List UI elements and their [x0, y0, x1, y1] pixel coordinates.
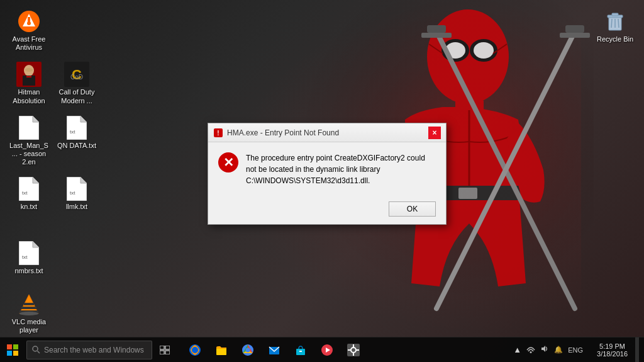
svg-rect-51	[160, 346, 164, 349]
desktop-icon-nmbrs[interactable]: txt nmbrs.txt	[6, 238, 52, 278]
desktop-icon-last-man[interactable]: Last_Man_S... - season 2.en	[6, 113, 52, 169]
network-icon[interactable]	[525, 344, 536, 355]
svg-rect-63	[299, 351, 302, 352]
hitman-label: Hitman Absolution	[9, 88, 49, 105]
date-display: 3/18/2016	[597, 350, 628, 358]
kn-icon: txt	[16, 176, 42, 201]
search-placeholder: Search the web and Windows	[44, 346, 144, 354]
svg-line-40	[611, 19, 612, 28]
taskbar-firefox-icon[interactable]	[182, 337, 208, 363]
svg-text:CoD: CoD	[70, 74, 83, 81]
avast-label: Avast Free Antivirus	[9, 35, 49, 52]
desktop-icon-llmk[interactable]: txt llmk.txt	[54, 174, 99, 213]
desktop-icon-cod[interactable]: C CoD Call of Duty Modern ...	[54, 59, 99, 107]
svg-rect-70	[348, 349, 350, 351]
dialog-ok-button[interactable]: OK	[389, 201, 436, 217]
svg-point-56	[192, 347, 198, 353]
svg-point-5	[474, 42, 494, 59]
taskbar-settings-icon[interactable]	[341, 337, 366, 363]
svg-rect-45	[7, 344, 12, 349]
svg-rect-47	[7, 351, 12, 356]
desktop-icon-avast[interactable]: Avast Free Antivirus	[6, 6, 52, 54]
svg-rect-24	[25, 68, 33, 72]
svg-rect-48	[13, 351, 18, 356]
games-row: Hitman Absolution C CoD Call of Duty Mod…	[6, 59, 99, 107]
dialog-message: The procedure entry point CreateDXGIFact…	[246, 152, 436, 186]
svg-line-50	[38, 351, 40, 354]
svg-rect-25	[26, 76, 31, 77]
taskbar-store-icon[interactable]	[288, 337, 313, 363]
cod-label: Call of Duty Modern ...	[57, 88, 97, 105]
dialog-footer: OK	[208, 196, 446, 224]
svg-text:txt: txt	[70, 129, 75, 135]
error-dialog: ! HMA.exe - Entry Point Not Found × ✕ Th…	[208, 123, 447, 225]
start-button[interactable]	[0, 337, 25, 363]
vlc-label: VLC media player	[9, 318, 49, 334]
svg-rect-20	[28, 17, 30, 22]
vlc-icon	[16, 291, 42, 317]
dialog-title-icon: !	[213, 128, 223, 138]
svg-point-72	[530, 351, 532, 353]
files-row-2: txt kn.txt txt llmk.txt	[6, 174, 99, 213]
svg-rect-14	[427, 25, 446, 33]
taskbar: Search the web and Windows	[0, 337, 644, 362]
llmk-label: llmk.txt	[66, 203, 87, 211]
desktop: Avast Free Antivirus Hitman Absolution	[0, 0, 644, 362]
taskbar-mail-icon[interactable]	[262, 337, 287, 363]
svg-rect-16	[421, 33, 452, 38]
svg-point-49	[33, 346, 38, 351]
dialog-close-button[interactable]: ×	[428, 127, 441, 139]
svg-rect-46	[13, 344, 18, 349]
avast-icon	[16, 9, 42, 34]
volume-icon[interactable]	[539, 344, 550, 355]
show-hidden-icons[interactable]: ▲	[512, 345, 523, 354]
last-man-icon	[16, 115, 42, 140]
svg-text:txt: txt	[22, 190, 28, 196]
desktop-icon-kn[interactable]: txt kn.txt	[6, 174, 52, 213]
desktop-icon-vlc[interactable]: VLC media player	[6, 289, 52, 337]
nmbrs-label: nmbrs.txt	[14, 267, 43, 275]
svg-text:!: !	[217, 130, 219, 137]
taskbar-app-icons	[182, 337, 366, 363]
system-tray: ▲ 🔔	[507, 344, 589, 355]
desktop-icon-qn-data[interactable]: txt QN DATA.txt	[54, 113, 99, 169]
svg-rect-69	[353, 353, 354, 356]
taskbar-media-icon[interactable]	[314, 337, 340, 363]
svg-rect-54	[165, 351, 170, 354]
search-box[interactable]: Search the web and Windows	[26, 341, 152, 359]
svg-rect-15	[565, 25, 584, 33]
svg-rect-68	[353, 344, 354, 347]
svg-rect-39	[612, 13, 618, 16]
kn-label: kn.txt	[21, 203, 37, 211]
taskbar-chrome-icon[interactable]	[235, 337, 260, 363]
recycle-bin-icon[interactable]: Recycle Bin	[592, 6, 638, 46]
qn-data-icon: txt	[64, 115, 89, 140]
dialog-titlebar[interactable]: ! HMA.exe - Entry Point Not Found ×	[208, 123, 446, 142]
task-view-button[interactable]	[152, 337, 177, 363]
svg-rect-10	[458, 188, 477, 199]
show-desktop-button[interactable]	[635, 337, 639, 363]
taskbar-time[interactable]: 5:19 PM 3/18/2016	[592, 342, 633, 358]
svg-line-42	[618, 19, 619, 28]
last-man-label: Last_Man_S... - season 2.en	[9, 142, 49, 167]
svg-marker-73	[541, 346, 545, 352]
svg-rect-52	[165, 346, 170, 349]
notification-icon[interactable]: 🔔	[553, 346, 564, 354]
svg-text:txt: txt	[70, 190, 75, 196]
svg-rect-71	[357, 349, 359, 351]
svg-rect-35	[24, 303, 34, 305]
taskbar-explorer-icon[interactable]	[209, 337, 234, 363]
dialog-title-text: HMA.exe - Entry Point Not Found	[227, 128, 428, 137]
dialog-body: ✕ The procedure entry point CreateDXGIFa…	[208, 142, 446, 196]
recycle-bin-img	[602, 9, 628, 34]
svg-rect-53	[160, 351, 164, 354]
time-display: 5:19 PM	[599, 342, 625, 350]
dialog-error-icon: ✕	[218, 152, 238, 173]
desktop-icon-hitman[interactable]: Hitman Absolution	[6, 59, 52, 107]
nmbrs-icon: txt	[16, 240, 42, 266]
files-row-1: Last_Man_S... - season 2.en txt QN DATA.…	[6, 113, 99, 169]
qn-data-label: QN DATA.txt	[57, 142, 96, 150]
taskbar-right: ▲ 🔔	[507, 337, 644, 363]
language-indicator[interactable]: ENG	[567, 346, 584, 354]
llmk-icon: txt	[64, 176, 89, 201]
